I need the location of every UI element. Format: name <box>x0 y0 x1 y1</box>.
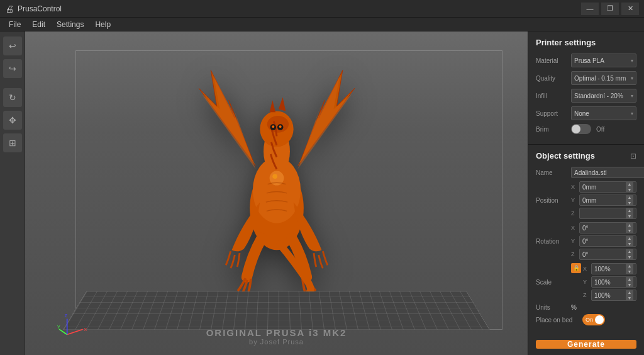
scale-x-spin: ▲ ▼ <box>626 263 633 274</box>
scale-x-row: X 100% ▲ ▼ <box>583 263 636 274</box>
quality-label: Quality <box>536 75 569 82</box>
printer-settings-section: Printer settings Material Prusa PLA ▾ Qu… <box>528 31 644 145</box>
rot-y-axis: Y <box>571 238 577 244</box>
material-chevron: ▾ <box>631 58 633 64</box>
printer-settings-title: Printer settings <box>536 38 636 47</box>
scale-z-up[interactable]: ▲ <box>626 290 633 295</box>
scale-y-row: Y 100% ▲ ▼ <box>583 276 636 288</box>
svg-point-12 <box>279 125 281 128</box>
viewport[interactable]: ORIGINAL PRUSA i3 MK2 by Josef Prusa X Y… <box>25 31 528 355</box>
scale-group: 🔒 X 100% ▲ ▼ <box>571 263 636 301</box>
brim-toggle-knob <box>572 125 580 133</box>
place-bed-toggle[interactable]: On <box>582 314 605 325</box>
rot-z-axis: Z <box>571 251 577 257</box>
pos-x-down[interactable]: ▼ <box>626 187 633 193</box>
place-bed-knob <box>595 315 604 324</box>
app-title: PrusaControl <box>18 4 62 13</box>
move-button[interactable]: ✥ <box>3 111 22 130</box>
infill-row: Infill Standardní - 20% ▾ <box>536 89 636 103</box>
rot-x-up[interactable]: ▲ <box>626 222 633 228</box>
scale-x-down[interactable]: ▼ <box>626 269 633 274</box>
app-icon-title: 🖨 <box>5 4 14 14</box>
pos-y-up[interactable]: ▲ <box>626 194 633 200</box>
pos-x-up[interactable]: ▲ <box>626 181 633 187</box>
place-bed-toggle-label: On <box>586 317 593 323</box>
position-y-input[interactable]: 0mm ▲ ▼ <box>579 194 636 206</box>
rot-x-axis: X <box>571 225 577 231</box>
scale-z-axis: Z <box>583 292 589 298</box>
rotation-y-row: Y 0° ▲ ▼ <box>571 235 636 247</box>
name-label: Name <box>536 169 569 176</box>
support-dropdown[interactable]: None ▾ <box>571 106 636 120</box>
object-settings-header: Object settings ⊡ <box>536 151 636 161</box>
scale-x-input[interactable]: 100% ▲ ▼ <box>591 263 636 274</box>
support-row: Support None ▾ <box>536 106 636 120</box>
rot-y-up[interactable]: ▲ <box>626 235 633 241</box>
menu-edit[interactable]: Edit <box>27 19 50 30</box>
material-dropdown[interactable]: Prusa PLA ▾ <box>571 54 636 67</box>
titlebar: 🖨 PrusaControl — ❐ ✕ <box>0 0 644 18</box>
object-settings-icon[interactable]: ⊡ <box>630 152 636 161</box>
rotation-y-input[interactable]: 0° ▲ ▼ <box>579 235 636 247</box>
brim-toggle[interactable] <box>571 124 591 134</box>
pos-z-down[interactable]: ▼ <box>626 213 633 219</box>
scale-z-input[interactable]: 100% ▲ ▼ <box>591 290 636 301</box>
pos-y-down[interactable]: ▼ <box>626 200 633 206</box>
scale-y-down[interactable]: ▼ <box>626 282 633 288</box>
maximize-button[interactable]: ❐ <box>601 3 619 15</box>
position-label: Position <box>536 197 569 204</box>
rot-z-down[interactable]: ▼ <box>626 254 633 260</box>
name-input[interactable] <box>571 167 644 178</box>
menu-help[interactable]: Help <box>90 19 116 30</box>
undo-button[interactable]: ↩ <box>3 37 22 55</box>
brim-toggle-label: Off <box>596 126 604 133</box>
position-z-input[interactable]: ▲ ▼ <box>579 208 636 219</box>
close-button[interactable]: ✕ <box>621 3 639 15</box>
rot-y-down[interactable]: ▼ <box>626 241 633 247</box>
svg-text:Z: Z <box>65 313 68 318</box>
position-y-row: Y 0mm ▲ ▼ <box>571 194 636 206</box>
redo-button[interactable]: ↪ <box>3 59 22 78</box>
rotation-x-input[interactable]: 0° ▲ ▼ <box>579 222 636 234</box>
rotation-x-row: X 0° ▲ ▼ <box>571 222 636 234</box>
scale-x-axis: X <box>583 266 589 272</box>
scale-y-axis: Y <box>583 279 589 285</box>
generate-button[interactable]: Generate <box>536 340 636 349</box>
rot-x-down[interactable]: ▼ <box>626 228 633 234</box>
rot-z-spin: ▲ ▼ <box>626 249 633 260</box>
infill-chevron: ▾ <box>631 93 633 99</box>
scale-y-input[interactable]: 100% ▲ ▼ <box>591 276 636 288</box>
dragon-model <box>157 40 396 292</box>
scale-z-down[interactable]: ▼ <box>626 295 633 301</box>
bed-sublabel: by Josef Prusa <box>206 338 347 346</box>
quality-chevron: ▾ <box>631 76 633 81</box>
place-bed-label: Place on bed <box>536 317 580 324</box>
infill-dropdown[interactable]: Standardní - 20% ▾ <box>571 89 636 103</box>
pos-z-up[interactable]: ▲ <box>626 208 633 213</box>
position-x-input[interactable]: 0mm ▲ ▼ <box>579 181 636 193</box>
grid-button[interactable]: ⊞ <box>3 133 22 152</box>
pos-y-spin: ▲ ▼ <box>626 194 633 206</box>
quality-dropdown[interactable]: Optimal - 0.15 mm ▾ <box>571 71 636 85</box>
position-z-row: Z ▲ ▼ <box>571 208 636 219</box>
support-label: Support <box>536 110 569 117</box>
rotation-z-input[interactable]: 0° ▲ ▼ <box>579 249 636 260</box>
rot-z-up[interactable]: ▲ <box>626 249 633 254</box>
minimize-button[interactable]: — <box>581 3 599 15</box>
scale-values: X 100% ▲ ▼ Y <box>583 263 636 301</box>
scale-lock-button[interactable]: 🔒 <box>571 263 581 273</box>
scale-y-up[interactable]: ▲ <box>626 276 633 282</box>
pos-x-axis: X <box>571 184 577 190</box>
units-row: Units % <box>536 304 636 311</box>
menu-file[interactable]: File <box>4 19 26 30</box>
object-settings-title: Object settings <box>536 151 595 161</box>
scale-label: Scale <box>536 279 569 286</box>
brim-toggle-row: Off <box>571 124 604 134</box>
rotate-button[interactable]: ↻ <box>3 88 22 107</box>
left-toolbar: ↩ ↪ ↻ ✥ ⊞ <box>0 31 25 355</box>
scale-x-up[interactable]: ▲ <box>626 263 633 269</box>
scale-y-spin: ▲ ▼ <box>626 276 633 288</box>
print-bed <box>63 291 490 330</box>
menu-settings[interactable]: Settings <box>52 19 89 30</box>
main-layout: ↩ ↪ ↻ ✥ ⊞ <box>0 31 644 355</box>
